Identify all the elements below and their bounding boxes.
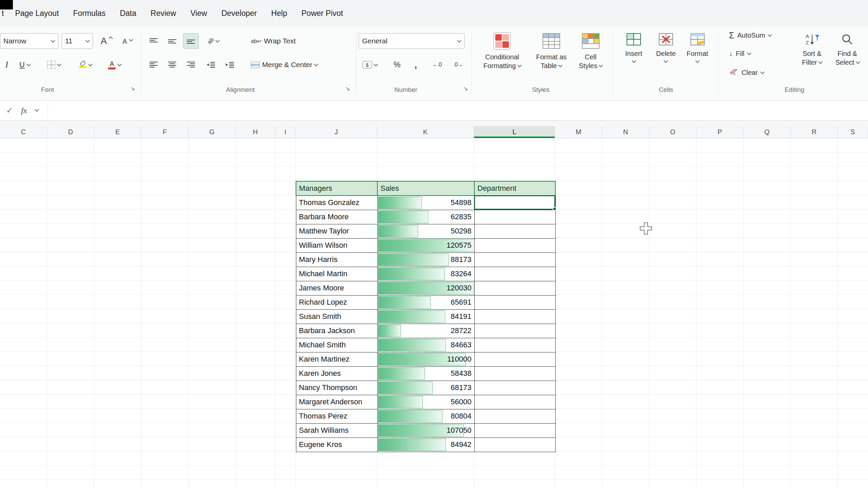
autosum-button[interactable]: Σ AutoSum — [729, 29, 771, 41]
column-header-J[interactable]: J — [296, 126, 377, 138]
sales-cell[interactable]: 88173 — [377, 252, 474, 267]
department-cell[interactable] — [474, 438, 555, 452]
department-cell[interactable] — [474, 352, 555, 366]
department-cell[interactable] — [474, 281, 555, 295]
column-header-P[interactable]: P — [696, 126, 744, 138]
find-select-button[interactable]: Find & Select — [835, 30, 860, 67]
insert-cells-button[interactable]: Insert — [625, 30, 642, 62]
menu-item-review[interactable]: Review — [143, 9, 183, 18]
active-cell-selection[interactable] — [474, 195, 555, 210]
top-align-button[interactable] — [146, 33, 161, 49]
department-cell[interactable] — [474, 267, 555, 281]
alignment-dialog-launcher[interactable]: ↘ — [343, 84, 352, 93]
menu-item-data[interactable]: Data — [113, 9, 143, 18]
sales-cell[interactable]: 28722 — [377, 324, 474, 338]
formula-bar[interactable]: ✓ fx — [0, 101, 868, 121]
sales-cell[interactable]: 68173 — [377, 381, 474, 395]
sales-cell[interactable]: 80804 — [377, 409, 474, 423]
sales-cell[interactable]: 84191 — [377, 309, 474, 324]
sales-cell[interactable]: 107050 — [377, 423, 474, 438]
sales-cell[interactable]: 62835 — [377, 210, 474, 224]
fill-button[interactable]: ↓ Fill — [729, 47, 751, 60]
wrap-text-button[interactable]: ab↩ Wrap Text — [251, 33, 296, 49]
manager-cell[interactable]: William Wilson — [296, 238, 377, 252]
header-department[interactable]: Department — [474, 181, 555, 196]
column-header-K[interactable]: K — [377, 126, 474, 138]
department-cell[interactable] — [474, 210, 555, 224]
middle-align-button[interactable] — [164, 33, 180, 49]
sales-cell[interactable]: 110000 — [377, 352, 474, 366]
borders-button[interactable] — [43, 57, 65, 73]
manager-cell[interactable]: Thomas Gonzalez — [296, 196, 377, 210]
menu-item-power-pivot[interactable]: Power Pivot — [294, 9, 350, 18]
menu-item-view[interactable]: View — [183, 9, 214, 18]
manager-cell[interactable]: Matthew Taylor — [296, 224, 377, 238]
column-header-L[interactable]: L — [474, 126, 555, 138]
manager-cell[interactable]: Nancy Thompson — [296, 381, 377, 395]
column-header-O[interactable]: O — [649, 126, 696, 138]
decrease-indent-button[interactable] — [203, 57, 219, 73]
sales-cell[interactable]: 120030 — [377, 281, 474, 295]
sales-cell[interactable]: 84663 — [377, 338, 474, 352]
sales-cell[interactable]: 58438 — [377, 366, 474, 381]
orientation-button[interactable]: ab — [203, 33, 224, 49]
department-cell[interactable] — [474, 224, 555, 238]
manager-cell[interactable]: Barbara Jackson — [296, 324, 377, 338]
column-header-C[interactable]: C — [0, 126, 47, 138]
enter-check-icon[interactable]: ✓ — [6, 101, 13, 120]
manager-cell[interactable]: Karen Jones — [296, 366, 377, 381]
column-header-H[interactable]: H — [236, 126, 275, 138]
manager-cell[interactable]: Karen Martinez — [296, 352, 377, 366]
manager-cell[interactable]: Richard Lopez — [296, 295, 377, 309]
manager-cell[interactable]: Michael Smith — [296, 338, 377, 352]
sales-cell[interactable]: 56000 — [377, 395, 474, 409]
manager-cell[interactable]: Susan Smith — [296, 309, 377, 324]
department-cell[interactable] — [474, 366, 555, 381]
column-header-N[interactable]: N — [602, 126, 649, 138]
font-color-button[interactable]: A — [103, 57, 126, 73]
column-header-D[interactable]: D — [47, 126, 94, 138]
decrease-font-size-button[interactable]: A — [119, 34, 136, 49]
manager-cell[interactable]: Michael Martin — [296, 267, 377, 281]
department-cell[interactable] — [474, 338, 555, 352]
department-cell[interactable] — [474, 381, 555, 395]
clear-button[interactable]: Clear — [729, 66, 764, 79]
chevron-down-icon[interactable] — [35, 107, 39, 112]
column-header-F[interactable]: F — [141, 126, 189, 138]
delete-cells-button[interactable]: Delete — [656, 30, 676, 62]
manager-cell[interactable]: Mary Harris — [296, 252, 377, 267]
italic-button[interactable]: I — [1, 57, 13, 73]
department-cell[interactable] — [474, 238, 555, 252]
increase-indent-button[interactable] — [222, 57, 238, 73]
number-dialog-launcher[interactable]: ↘ — [461, 84, 470, 93]
manager-cell[interactable]: Margaret Anderson — [296, 395, 377, 409]
column-header-I[interactable]: I — [275, 126, 296, 138]
font-name-combo[interactable]: Narrow — [0, 33, 58, 49]
fill-color-button[interactable] — [74, 57, 97, 73]
menu-item-t[interactable]: t — [1, 9, 8, 18]
column-header-G[interactable]: G — [189, 126, 236, 138]
menu-item-developer[interactable]: Developer — [214, 9, 264, 18]
insert-function-icon[interactable]: fx — [21, 101, 27, 120]
header-managers[interactable]: Managers — [296, 181, 377, 196]
sales-cell[interactable]: 54898 — [377, 196, 474, 210]
cell-styles-button[interactable]: Cell Styles — [579, 30, 602, 70]
underline-button[interactable]: U — [15, 57, 35, 73]
grid-area[interactable]: Managers Sales Department Thomas Gonzale… — [0, 138, 868, 488]
format-cells-button[interactable]: Format — [687, 30, 708, 62]
department-cell[interactable] — [474, 409, 555, 423]
column-header-R[interactable]: R — [791, 126, 838, 138]
increase-font-size-button[interactable]: A — [97, 33, 116, 49]
column-header-S[interactable]: S — [838, 126, 868, 138]
center-button[interactable] — [164, 57, 180, 73]
sales-cell[interactable]: 120575 — [377, 238, 474, 252]
align-left-button[interactable] — [146, 57, 161, 73]
number-format-combo[interactable]: General — [359, 33, 465, 49]
column-header-E[interactable]: E — [94, 126, 141, 138]
department-cell[interactable] — [474, 295, 555, 309]
department-cell[interactable] — [474, 395, 555, 409]
fill-handle[interactable] — [553, 207, 556, 211]
percent-style-button[interactable]: % — [389, 57, 405, 73]
increase-decimal-button[interactable]: ←.0 — [427, 57, 447, 73]
sales-cell[interactable]: 84942 — [377, 438, 474, 452]
